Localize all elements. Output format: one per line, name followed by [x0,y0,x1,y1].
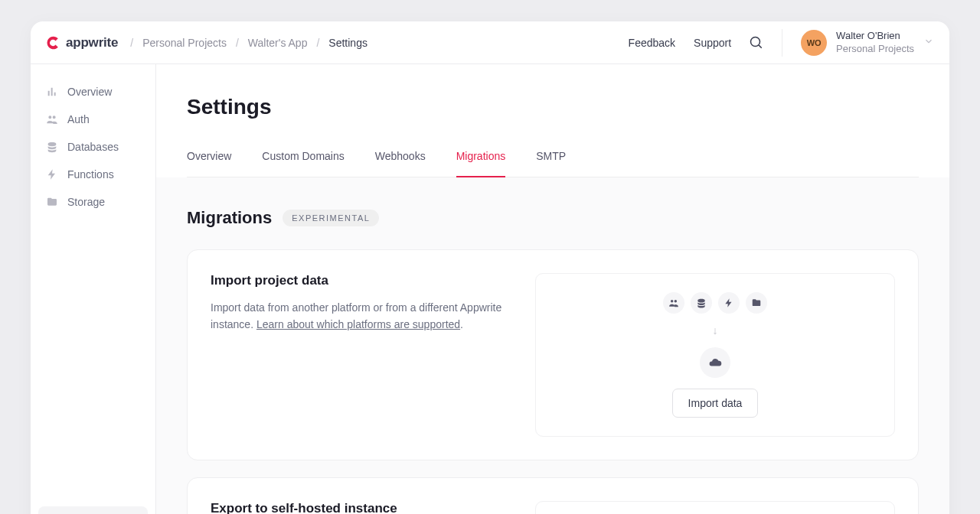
sidebar-item-label: Auth [67,113,90,125]
tab-overview[interactable]: Overview [187,150,231,177]
chevron-down-icon [923,36,934,49]
chart-icon [46,86,58,98]
tab-migrations[interactable]: Migrations [456,150,506,177]
account-menu[interactable]: WO Walter O'Brien Personal Projects [801,30,934,56]
sidebar-item-label: Storage [67,196,105,208]
database-icon [46,141,58,153]
sidebar-item-functions[interactable]: Functions [38,161,148,188]
tab-webhooks[interactable]: Webhooks [375,150,426,177]
search-icon [750,36,763,50]
users-icon [663,292,684,314]
users-icon [46,113,58,125]
import-card-description: Import data from another platform or fro… [211,299,517,333]
export-card-title: Export to self-hosted instance [211,501,517,514]
sidebar-item-label: Databases [67,141,119,153]
sidebar-item-label: Overview [67,86,112,98]
breadcrumb: / Personal Projects / Walter's App / Set… [130,37,368,49]
section-title: Migrations [187,208,272,228]
account-sub: Personal Projects [836,43,914,55]
sidebar-item-label: Functions [67,168,114,181]
avatar: WO [801,30,827,56]
lightning-icon [46,168,58,181]
tabs: Overview Custom Domains Webhooks Migrati… [187,150,919,177]
import-card-title: Import project data [211,273,517,288]
page-title: Settings [187,95,919,119]
feedback-link[interactable]: Feedback [629,37,675,49]
export-card: Export to self-hosted instance → [187,477,919,514]
sidebar: Overview Auth Databases Functions Storag… [31,64,156,514]
arrow-down-icon: ↓ [713,324,718,337]
sidebar-item-databases[interactable]: Databases [38,133,148,161]
supported-platforms-link[interactable]: Learn about which platforms are supporte… [256,318,460,330]
sidebar-item-storage[interactable]: Storage [38,188,148,216]
account-name: Walter O'Brien [836,30,914,42]
import-illustration: ↓ Import data [535,273,895,437]
sidebar-item-auth[interactable]: Auth [38,106,148,133]
tab-custom-domains[interactable]: Custom Domains [262,150,344,177]
export-illustration: → [535,501,895,514]
brand-text: appwrite [66,35,118,50]
search-button[interactable] [750,36,763,50]
cloud-icon [700,347,730,378]
logo[interactable]: appwrite [46,35,118,50]
database-icon [691,292,712,314]
breadcrumb-project[interactable]: Walter's App [248,37,308,49]
import-data-button[interactable]: Import data [672,389,759,418]
import-card: Import project data Import data from ano… [187,249,919,460]
support-link[interactable]: Support [694,37,731,49]
sidebar-item-settings[interactable]: Settings [38,506,148,514]
tab-smtp[interactable]: SMTP [536,150,566,177]
lightning-icon [718,292,740,314]
folder-icon [746,292,767,314]
breadcrumb-org[interactable]: Personal Projects [142,37,227,49]
experimental-badge: EXPERIMENTAL [283,210,379,226]
sidebar-item-overview[interactable]: Overview [38,78,148,106]
appwrite-logo-icon [46,35,61,50]
breadcrumb-page: Settings [328,37,368,49]
folder-icon [46,196,58,208]
